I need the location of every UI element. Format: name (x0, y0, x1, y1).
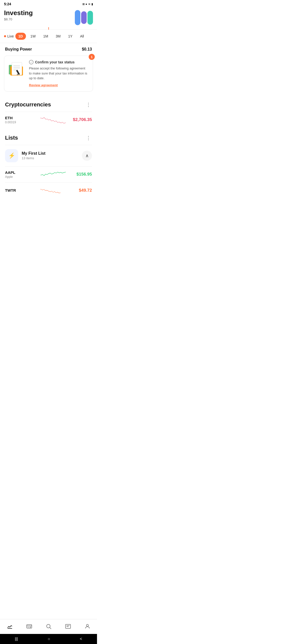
buying-power-label: Buying Power (5, 47, 32, 52)
avatar-bars (75, 10, 93, 25)
portfolio-value: $8.70 (4, 17, 33, 21)
list-expand-button[interactable]: ∧ (82, 151, 92, 161)
aapl-chart (37, 170, 70, 179)
avatar-bar-purple (81, 11, 87, 24)
list-item-count: 13 items (22, 156, 82, 160)
cryptocurrencies-section: Cryptocurrencies ⋮ ETH 0.00319 $2,706.35 (0, 97, 97, 128)
review-agreement-link[interactable]: Review agreement (29, 83, 58, 87)
tax-doc-svg (8, 60, 26, 77)
battery-icon: ▮ (91, 3, 93, 6)
alert-badge: 1 (89, 54, 95, 60)
header-text: Investing $8.70 (4, 9, 33, 21)
eth-asset-row[interactable]: ETH 0.00319 $2,706.35 (5, 112, 92, 128)
aapl-price-value: $156.95 (77, 172, 92, 177)
eth-sparkline (41, 115, 66, 124)
eth-amount: 0.00319 (5, 120, 37, 124)
time-filter-bar: Live 1D 1W 1M 3M 1Y All (0, 30, 97, 43)
alert-title-text: Confirm your tax status (35, 60, 75, 64)
crypto-section-title: Cryptocurrencies (5, 101, 51, 108)
alert-body-text: Please accept the following agreement to… (29, 66, 89, 81)
twtr-info: TWTR (5, 188, 37, 193)
list-name-label: My First List (22, 151, 82, 156)
signal-icon: ⊠ ● (82, 3, 87, 6)
lists-section-title: Lists (5, 135, 18, 141)
twtr-price: $49.72 (69, 188, 92, 193)
my-first-list-row[interactable]: ⚡ My First List 13 items ∧ (5, 145, 92, 166)
page-title: Investing (4, 9, 33, 17)
status-bar: 5:24 ⊠ ● ≋ ▮ (0, 0, 97, 7)
aapl-info: AAPL Apple (5, 170, 37, 179)
lists-section: Lists ⋮ ⚡ My First List 13 items ∧ AAPL … (0, 130, 97, 198)
crypto-more-button[interactable]: ⋮ (85, 101, 92, 109)
avatar-bar-teal (87, 11, 93, 25)
eth-price-value: $2,706.35 (73, 117, 92, 122)
twtr-asset-row[interactable]: TWTR $49.72 (5, 182, 92, 198)
eth-price: $2,706.35 (69, 117, 92, 122)
lists-section-header: Lists ⋮ (5, 130, 92, 145)
twtr-price-value: $49.72 (79, 188, 92, 193)
chart-marker (48, 27, 49, 30)
buying-power-value: $0.13 (82, 47, 92, 52)
list-text-info: My First List 13 items (22, 151, 82, 160)
filter-all[interactable]: All (77, 33, 87, 40)
aapl-sparkline (41, 170, 66, 179)
twtr-chart (37, 186, 70, 195)
aapl-asset-row[interactable]: AAPL Apple $156.95 (5, 166, 92, 182)
confirm-icon: ✓ (29, 60, 34, 64)
filter-1w[interactable]: 1W (27, 33, 39, 40)
buying-power-row: Buying Power $0.13 (0, 43, 97, 56)
aapl-price: $156.95 (69, 172, 92, 177)
eth-symbol: ETH (5, 116, 37, 120)
twtr-sparkline (41, 186, 66, 195)
crypto-section-header: Cryptocurrencies ⋮ (5, 97, 92, 112)
page-header: Investing $8.70 (0, 7, 97, 27)
live-filter[interactable]: Live (4, 34, 14, 38)
aapl-symbol: AAPL (5, 170, 37, 175)
tax-doc-illustration (8, 60, 26, 77)
avatar-bar-blue (75, 10, 80, 25)
status-icons: ⊠ ● ≋ ▮ (82, 3, 93, 6)
eth-info: ETH 0.00319 (5, 116, 37, 124)
tax-alert-card[interactable]: ✓ Confirm your tax status Please accept … (4, 56, 93, 92)
aapl-company: Apple (5, 175, 37, 179)
portfolio-chart[interactable] (0, 27, 97, 30)
filter-1d[interactable]: 1D (15, 33, 26, 40)
live-dot-icon (4, 35, 6, 37)
svg-rect-2 (12, 62, 22, 75)
list-lightning-icon: ⚡ (5, 149, 18, 162)
status-time: 5:24 (4, 2, 11, 6)
alert-header-row: ✓ Confirm your tax status (29, 60, 89, 64)
filter-1y[interactable]: 1Y (65, 33, 76, 40)
wifi-icon: ≋ (88, 3, 90, 6)
eth-chart (37, 115, 70, 124)
twtr-symbol: TWTR (5, 188, 37, 192)
filter-1m[interactable]: 1M (40, 33, 51, 40)
chevron-up-icon: ∧ (85, 153, 89, 158)
alert-text-content: ✓ Confirm your tax status Please accept … (29, 60, 89, 87)
live-label: Live (7, 34, 14, 38)
lists-more-button[interactable]: ⋮ (85, 134, 92, 142)
filter-3m[interactable]: 3M (53, 33, 63, 40)
